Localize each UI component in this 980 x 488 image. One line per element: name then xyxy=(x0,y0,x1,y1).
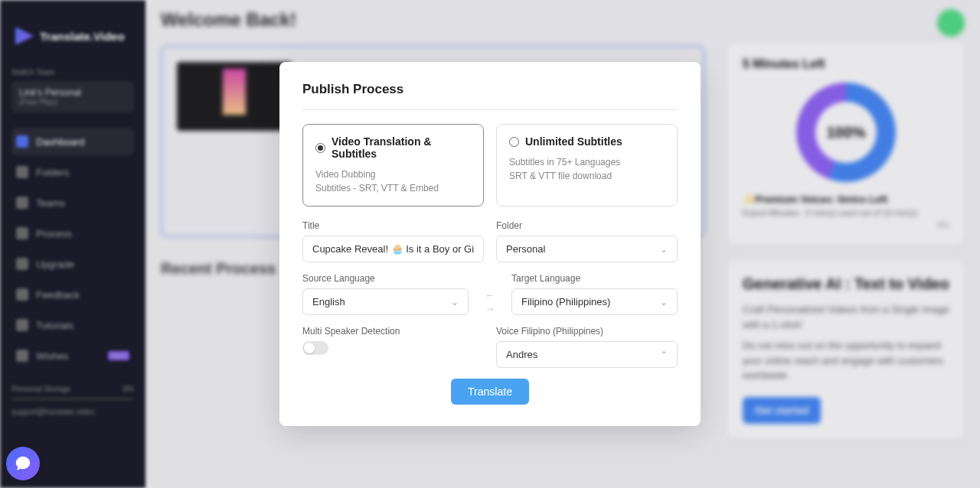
chat-bubble[interactable] xyxy=(6,447,40,480)
voice-select[interactable]: Andres ⌃ xyxy=(496,341,678,368)
radio-icon xyxy=(509,137,519,147)
source-language-label: Source Language xyxy=(302,273,469,284)
modal-overlay: Publish Process Video Translation & Subt… xyxy=(0,0,980,488)
folder-select[interactable]: Personal ⌄ xyxy=(496,236,678,262)
multi-speaker-label: Multi Speaker Detection xyxy=(302,326,484,337)
voice-label: Voice Filipino (Philippines) xyxy=(496,326,678,337)
radio-icon xyxy=(315,143,325,153)
title-label: Title xyxy=(302,220,484,231)
translate-button[interactable]: Translate xyxy=(451,379,529,405)
source-language-select[interactable]: English ⌄ xyxy=(302,288,469,315)
chat-icon xyxy=(15,455,31,472)
folder-label: Folder xyxy=(496,220,678,231)
publish-process-modal: Publish Process Video Translation & Subt… xyxy=(279,62,701,426)
modal-title: Publish Process xyxy=(302,82,678,110)
title-input[interactable] xyxy=(302,236,484,262)
swap-right-icon[interactable]: → xyxy=(481,304,499,314)
target-language-select[interactable]: Filipino (Philippines) ⌄ xyxy=(511,288,678,315)
chevron-down-icon: ⌄ xyxy=(660,244,668,255)
swap-left-icon[interactable]: ← xyxy=(481,290,499,301)
option-video-translation[interactable]: Video Translation & Subtitles Video Dubb… xyxy=(302,124,484,207)
chevron-down-icon: ⌄ xyxy=(451,297,459,307)
option-unlimited-subtitles[interactable]: Unlimited Subtitles Subtitles in 75+ Lan… xyxy=(496,124,678,207)
target-language-label: Target Language xyxy=(511,273,678,284)
chevron-down-icon: ⌄ xyxy=(660,297,668,307)
chevron-up-icon: ⌃ xyxy=(660,350,668,360)
multi-speaker-toggle[interactable] xyxy=(302,341,328,355)
